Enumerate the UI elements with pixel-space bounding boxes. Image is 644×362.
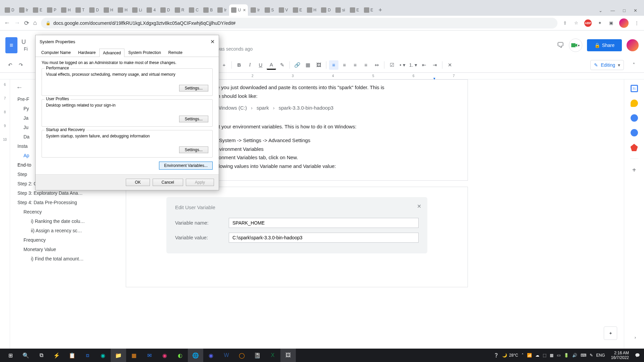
onedrive-icon[interactable]: ☁ [535, 353, 539, 358]
cancel-button[interactable]: Cancel [153, 179, 183, 186]
meet-button[interactable]: ▾ [569, 39, 582, 52]
browser-tab[interactable]: P [45, 4, 58, 16]
taskbar-app[interactable]: 🖼 [280, 349, 296, 362]
language-indicator[interactable]: ENG [596, 353, 605, 358]
explore-button[interactable]: ✦ [604, 326, 617, 340]
window-maximize[interactable]: □ [623, 8, 626, 13]
tab-search-icon[interactable]: ⌄ [599, 8, 602, 13]
share-page-icon[interactable]: ⇪ [561, 20, 568, 26]
browser-tab[interactable]: V [277, 4, 290, 16]
add-comment-button[interactable]: ▦ [303, 60, 313, 70]
taskbar-app[interactable]: ▦ [126, 349, 142, 362]
forward-button[interactable]: → [14, 19, 20, 26]
browser-tab[interactable]: E [362, 4, 375, 16]
contacts-icon[interactable] [631, 129, 638, 136]
browser-tab[interactable]: si [333, 4, 347, 16]
show-side-panel-icon[interactable]: › [635, 335, 636, 340]
outline-back-icon[interactable]: ← [16, 83, 23, 91]
window-minimize[interactable]: — [610, 8, 615, 13]
outline-item[interactable]: i) Ranking the date colu… [16, 217, 110, 226]
account-avatar[interactable] [627, 39, 639, 51]
url-input[interactable]: 🔒 docs.google.com/document/d/19lfkRU1kgL… [41, 18, 557, 28]
browser-tab[interactable]: D [319, 4, 333, 16]
clock[interactable]: 2:16 AM 16/7/2022 [608, 351, 632, 360]
outline-item[interactable]: i) Find the total amount… [16, 254, 110, 263]
taskbar-app[interactable]: ◐ [172, 349, 188, 362]
home-button[interactable]: ⌂ [33, 19, 37, 26]
align-right-button[interactable]: ≡ [351, 60, 360, 70]
checklist-button[interactable]: ☑ [387, 60, 396, 70]
taskbar-app[interactable]: 📓 [250, 349, 265, 362]
bold-button[interactable]: B [234, 60, 244, 70]
docs-logo-icon[interactable]: ≡ [5, 37, 17, 53]
browser-tab[interactable]: H [102, 4, 115, 16]
new-tab-button[interactable]: + [375, 5, 386, 16]
startup-settings-button[interactable]: Settings... [179, 146, 208, 153]
battery-icon[interactable]: 🔋 [564, 353, 569, 358]
browser-tab[interactable]: D [3, 4, 16, 16]
taskbar-app[interactable]: ⧈ [80, 349, 95, 362]
italic-button[interactable]: I [245, 60, 255, 70]
start-button[interactable]: ⊞ [3, 349, 18, 362]
browser-tab[interactable]: H [116, 4, 129, 16]
browser-tab[interactable]: D [87, 4, 101, 16]
comment-history-icon[interactable]: 🗨 [557, 41, 564, 50]
word-icon[interactable]: W [219, 349, 234, 362]
ok-button[interactable]: OK [126, 179, 150, 186]
search-icon[interactable]: 🔍 [18, 349, 34, 362]
line-spacing-button[interactable]: ⇔ [372, 60, 381, 70]
browser-tab[interactable]: U✕ [229, 4, 248, 16]
browser-tab[interactable]: Ir [17, 4, 30, 16]
taskbar-app[interactable]: ◯ [234, 349, 250, 362]
bookmark-star-icon[interactable]: ☆ [573, 20, 580, 26]
browser-tab[interactable]: 4 [145, 4, 158, 16]
profile-avatar[interactable] [619, 18, 629, 28]
help-tray-icon[interactable]: ❔ [494, 353, 499, 358]
tray-icon[interactable]: ▭ [557, 353, 560, 358]
wifi-icon[interactable]: 📶 [527, 353, 532, 358]
redo-button[interactable]: ↷ [16, 60, 25, 70]
environment-variables-button[interactable]: Environment Variables... [159, 162, 213, 170]
task-view-icon[interactable]: ⧉ [34, 349, 49, 362]
outline-item[interactable]: Recency [16, 207, 110, 217]
browser-tab[interactable]: T [73, 4, 87, 16]
tray-chevron-icon[interactable]: ˄ [522, 353, 524, 358]
taskbar-app[interactable]: ◉ [157, 349, 172, 362]
window-close[interactable]: ✕ [634, 8, 637, 13]
browser-tab[interactable]: Ir [215, 4, 228, 16]
bulleted-list-button[interactable]: • ▾ [398, 60, 407, 70]
insert-plus-button[interactable]: + [219, 60, 229, 70]
browser-tab[interactable]: C [187, 4, 201, 16]
clear-formatting-button[interactable]: ✕ [445, 60, 454, 70]
tab-hardware[interactable]: Hardware [74, 48, 99, 57]
user-profiles-settings-button[interactable]: Settings... [179, 116, 208, 122]
excel-icon[interactable]: X [265, 349, 280, 362]
browser-tab[interactable]: Li [130, 4, 144, 16]
vertical-ruler[interactable]: 6 7 8 9 10 [0, 79, 10, 349]
edge-icon[interactable]: ◉ [95, 349, 111, 362]
apply-button[interactable]: Apply [186, 179, 214, 186]
tray-icon[interactable]: ▦ [550, 353, 553, 358]
align-left-button[interactable]: ≡ [329, 60, 338, 70]
chrome-icon[interactable]: 🌐 [188, 349, 203, 362]
tray-icon[interactable]: ⌨ [581, 353, 586, 358]
side-panel-icon[interactable]: ▣ [608, 20, 614, 26]
calendar-icon[interactable]: 31 [631, 85, 638, 92]
performance-settings-button[interactable]: Settings... [179, 85, 208, 92]
close-button[interactable]: ✕ [210, 39, 215, 45]
tray-icon[interactable]: ⬚ [543, 353, 546, 358]
browser-tab[interactable]: E [291, 4, 304, 16]
outlook-icon[interactable]: ✉ [142, 349, 157, 362]
abp-extension-icon[interactable]: ABP [584, 19, 592, 27]
extensions-puzzle-icon[interactable]: ✦ [596, 20, 603, 26]
highlight-button[interactable]: ✎ [277, 60, 287, 70]
outline-item[interactable]: ii) Assign a recency sc… [16, 226, 110, 235]
align-justify-button[interactable]: ≡ [361, 60, 371, 70]
tab-system-protection[interactable]: System Protection [124, 48, 164, 57]
outline-item[interactable]: Frequency [16, 235, 110, 245]
decrease-indent-button[interactable]: ⇤ [419, 60, 429, 70]
increase-indent-button[interactable]: ⇥ [430, 60, 439, 70]
text-color-button[interactable]: A [267, 60, 276, 70]
mode-dropdown[interactable]: ✎ Editing ▾ [590, 60, 624, 70]
numbered-list-button[interactable]: 1. ▾ [409, 60, 418, 70]
